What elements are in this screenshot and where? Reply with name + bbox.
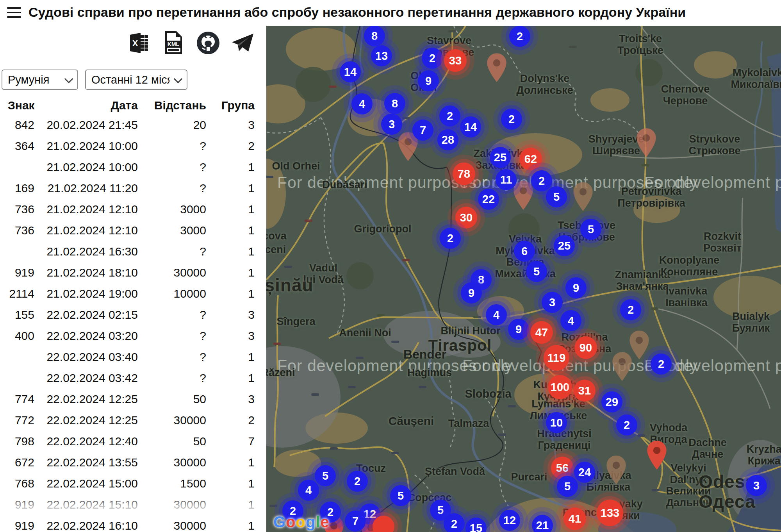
table-row[interactable]: 774 22.02.2024 12:25 50 3 xyxy=(0,389,266,410)
cell-znak: 768 xyxy=(0,477,34,490)
marker-cluster[interactable]: 2 xyxy=(444,513,465,532)
marker-cluster[interactable]: 2 xyxy=(422,48,443,69)
marker-cluster[interactable]: 14 xyxy=(460,116,481,137)
marker-cluster[interactable]: 6 xyxy=(514,241,535,262)
marker-cluster[interactable]: 9 xyxy=(508,319,529,340)
table-row[interactable]: 21.02.2024 10:00 ? 1 xyxy=(0,157,266,178)
cell-date: 21.02.2024 18:10 xyxy=(34,266,138,279)
marker-cluster[interactable]: 7 xyxy=(345,511,366,532)
cluster-layer: 8132233914483721428225627811222530252565… xyxy=(266,26,781,532)
marker-cluster[interactable]: 41 xyxy=(563,507,586,530)
marker-cluster[interactable]: 133 xyxy=(597,500,623,526)
marker-cluster[interactable]: 11 xyxy=(496,169,517,190)
table-row[interactable]: 400 22.02.2024 03:20 ? 3 xyxy=(0,325,266,346)
kml-download-icon[interactable]: KML xyxy=(164,31,182,54)
marker-cluster[interactable]: 4 xyxy=(560,310,581,331)
marker-cluster[interactable]: 3 xyxy=(746,475,767,496)
cell-dist: 30000 xyxy=(138,519,206,532)
marker-cluster[interactable]: 2 xyxy=(616,414,637,436)
marker-cluster[interactable]: 13 xyxy=(371,45,392,66)
table-row[interactable]: 919 22.02.2024 16:10 30000 1 xyxy=(0,515,266,532)
google-logo-letter: g xyxy=(306,513,316,530)
period-select[interactable]: Останні 12 місяців xyxy=(85,70,187,90)
marker-cluster[interactable]: 2 xyxy=(651,353,672,375)
cell-group: 2 xyxy=(206,414,255,427)
marker-cluster[interactable]: 30 xyxy=(455,207,477,229)
cell-date: 21.02.2024 12:10 xyxy=(34,203,138,216)
map-canvas[interactable]: For development purposes onlyFor develop… xyxy=(266,26,781,532)
marker-cluster[interactable]: 2 xyxy=(620,299,641,320)
marker-cluster[interactable]: 31 xyxy=(574,380,596,402)
marker-cluster[interactable]: 2 xyxy=(509,26,530,47)
marker-cluster[interactable]: 14 xyxy=(340,61,361,82)
marker-cluster[interactable]: 28 xyxy=(437,129,458,150)
marker-cluster[interactable]: 3 xyxy=(381,114,402,135)
table-row[interactable]: 21.02.2024 16:30 ? 1 xyxy=(0,241,266,262)
cell-date: 22.02.2024 03:40 xyxy=(34,350,138,364)
table-row[interactable]: 842 20.02.2024 21:45 20 3 xyxy=(0,114,266,136)
marker-cluster[interactable]: 7 xyxy=(412,120,433,141)
marker-cluster[interactable]: 12 xyxy=(499,510,520,531)
marker-cluster[interactable]: 4 xyxy=(486,304,507,325)
table-row[interactable]: 768 22.02.2024 15:00 1500 1 xyxy=(0,473,266,494)
table-row[interactable]: 736 21.02.2024 12:10 3000 1 xyxy=(0,199,266,220)
marker-cluster[interactable]: 22 xyxy=(478,189,499,210)
marker-cluster[interactable]: 5 xyxy=(526,261,547,282)
cell-dist: 30000 xyxy=(138,266,206,279)
table-row[interactable]: 169 21.02.2024 11:20 ? 1 xyxy=(0,178,266,199)
marker-cluster[interactable]: 5 xyxy=(580,219,601,240)
hamburger-menu-icon[interactable] xyxy=(7,7,21,19)
marker-cluster[interactable]: 24 xyxy=(574,462,595,483)
table-row[interactable]: 22.02.2024 03:40 ? 1 xyxy=(0,346,266,368)
marker-cluster[interactable]: 2 xyxy=(347,471,368,492)
marker-cluster[interactable]: 4 xyxy=(298,480,319,501)
marker-cluster[interactable]: 2 xyxy=(439,105,460,127)
table-row[interactable]: 155 22.02.2024 02:15 ? 3 xyxy=(0,304,266,325)
marker-cluster[interactable]: 8 xyxy=(384,93,405,114)
marker-cluster[interactable]: 15 xyxy=(465,518,487,532)
marker-cluster[interactable]: 21 xyxy=(532,515,553,532)
table-row[interactable]: 919 22.02.2024 15:10 30000 1 xyxy=(0,494,266,515)
marker-cluster[interactable]: 29 xyxy=(601,391,622,412)
marker-cluster[interactable]: 100 xyxy=(548,375,572,399)
table-row[interactable]: 736 21.02.2024 12:10 3000 1 xyxy=(0,220,266,241)
col-header-dist: Відстань xyxy=(138,99,206,112)
table-row[interactable]: 364 21.02.2024 10:00 ? 2 xyxy=(0,136,266,157)
telegram-icon[interactable] xyxy=(231,33,254,53)
marker-cluster[interactable]: 4 xyxy=(351,93,373,114)
marker-cluster[interactable]: 2 xyxy=(440,228,461,249)
marker-cluster[interactable]: 8 xyxy=(364,26,385,46)
cell-dist: ? xyxy=(138,245,206,258)
marker-cluster[interactable]: 25 xyxy=(554,235,575,256)
marker-cluster[interactable] xyxy=(373,516,394,532)
marker-cluster[interactable]: 3 xyxy=(542,292,563,313)
github-icon[interactable] xyxy=(196,31,220,55)
marker-cluster[interactable]: 5 xyxy=(315,465,336,486)
marker-cluster[interactable]: 10 xyxy=(546,412,567,433)
cell-group: 1 xyxy=(206,350,255,364)
marker-cluster[interactable]: 47 xyxy=(530,321,553,344)
marker-cluster[interactable]: 119 xyxy=(544,345,569,371)
table-row[interactable]: 22.02.2024 03:42 ? 1 xyxy=(0,368,266,389)
marker-cluster[interactable]: 5 xyxy=(390,485,411,506)
excel-export-icon[interactable]: X xyxy=(130,32,149,54)
country-select[interactable]: Румунія xyxy=(2,70,78,90)
marker-cluster[interactable]: 2 xyxy=(501,109,522,130)
table-row[interactable]: 772 22.02.2024 12:25 30000 2 xyxy=(0,410,266,431)
marker-cluster[interactable]: 62 xyxy=(519,148,542,170)
table-row[interactable]: 2114 21.02.2024 19:00 10000 1 xyxy=(0,283,266,304)
marker-cluster[interactable]: 9 xyxy=(461,282,482,303)
table-row[interactable]: 798 22.02.2024 12:40 50 7 xyxy=(0,431,266,452)
table-row[interactable]: 919 21.02.2024 18:10 30000 1 xyxy=(0,262,266,283)
marker-cluster[interactable]: 90 xyxy=(574,336,597,359)
google-logo[interactable]: Google xyxy=(273,513,330,531)
marker-cluster[interactable]: 9 xyxy=(418,70,439,91)
marker-cluster[interactable]: 5 xyxy=(557,476,578,497)
marker-cluster[interactable]: 78 xyxy=(453,162,475,185)
marker-cluster[interactable]: 5 xyxy=(546,186,567,207)
marker-cluster[interactable]: 33 xyxy=(444,49,467,72)
marker-cluster[interactable]: 9 xyxy=(565,277,587,298)
marker-cluster[interactable]: 2 xyxy=(531,170,552,191)
table-row[interactable]: 672 22.02.2024 13:55 30000 1 xyxy=(0,452,266,473)
marker-cluster[interactable]: 25 xyxy=(490,147,511,168)
